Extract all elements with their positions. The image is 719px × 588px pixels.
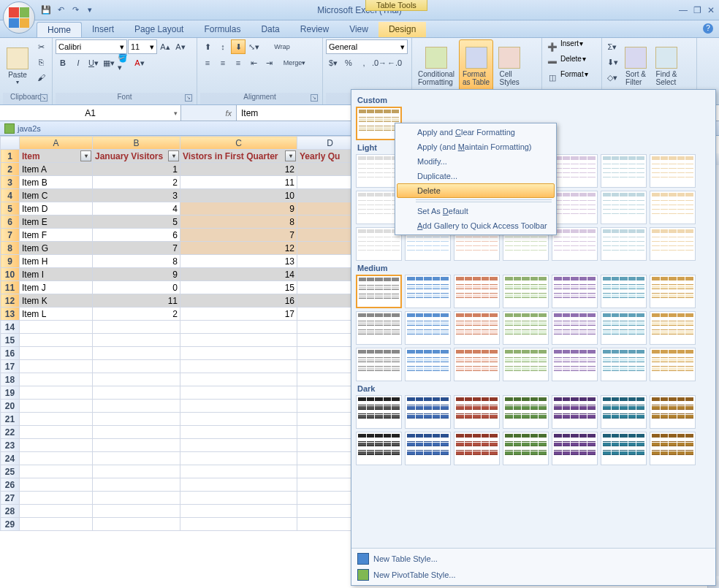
- menu-item[interactable]: Modify...: [397, 154, 555, 169]
- cell[interactable]: [180, 360, 297, 373]
- percent-format-icon[interactable]: %: [341, 56, 356, 70]
- table-style-swatch[interactable]: [503, 432, 549, 465]
- column-header[interactable]: A: [20, 137, 93, 150]
- menu-item[interactable]: Add Gallery to Quick Access Toolbar: [397, 218, 555, 233]
- row-header[interactable]: 10: [1, 268, 20, 281]
- row-header[interactable]: 8: [1, 242, 20, 255]
- align-right-icon[interactable]: ≡: [231, 56, 246, 70]
- cell[interactable]: [20, 478, 93, 492]
- cell[interactable]: [20, 465, 93, 478]
- row-header[interactable]: 21: [1, 413, 20, 426]
- cell[interactable]: 17: [180, 308, 297, 321]
- cell[interactable]: Item K: [20, 294, 93, 308]
- table-style-swatch[interactable]: [454, 395, 500, 429]
- cell[interactable]: Item I: [20, 268, 93, 281]
- increase-indent-icon[interactable]: ⇥: [262, 56, 276, 70]
- row-header[interactable]: 16: [1, 347, 20, 360]
- column-header[interactable]: B: [93, 137, 180, 150]
- restore-button[interactable]: ❐: [693, 5, 701, 15]
- tab-review[interactable]: Review: [290, 22, 339, 37]
- cell[interactable]: 13: [180, 255, 297, 268]
- cell[interactable]: 6: [93, 229, 180, 242]
- cell[interactable]: 14: [180, 268, 297, 281]
- row-header[interactable]: 13: [1, 308, 20, 321]
- row-header[interactable]: 22: [1, 426, 20, 439]
- close-button[interactable]: ✕: [707, 5, 715, 15]
- grow-font-icon[interactable]: A▴: [158, 39, 172, 54]
- tab-view[interactable]: View: [339, 22, 378, 37]
- cell[interactable]: 1: [93, 163, 180, 176]
- fill-color-button[interactable]: 🪣▾: [117, 56, 132, 70]
- table-style-swatch[interactable]: [356, 395, 402, 429]
- border-button[interactable]: ▦▾: [102, 56, 116, 70]
- clear-icon[interactable]: ◇▾: [605, 70, 620, 85]
- cell[interactable]: 2: [93, 176, 180, 189]
- row-header[interactable]: 5: [1, 202, 20, 215]
- cell[interactable]: [93, 373, 180, 386]
- row-header[interactable]: 20: [1, 400, 20, 413]
- cell[interactable]: Item B: [20, 176, 93, 189]
- row-header[interactable]: 2: [1, 163, 20, 176]
- table-style-swatch[interactable]: [454, 348, 500, 381]
- cell[interactable]: [93, 465, 180, 478]
- table-style-swatch[interactable]: [552, 191, 598, 224]
- table-style-swatch[interactable]: [601, 348, 647, 381]
- row-header[interactable]: 12: [1, 294, 20, 308]
- cell[interactable]: Item L: [20, 308, 93, 321]
- table-style-swatch[interactable]: [552, 432, 598, 465]
- increase-decimal-icon[interactable]: .0→: [372, 56, 387, 70]
- cell[interactable]: Item H: [20, 255, 93, 268]
- cell[interactable]: [20, 400, 93, 413]
- row-header[interactable]: 25: [1, 465, 20, 478]
- column-header[interactable]: C: [180, 137, 297, 150]
- align-bottom-icon[interactable]: ⬇: [231, 39, 246, 54]
- cell[interactable]: [180, 452, 297, 465]
- table-style-swatch[interactable]: [503, 348, 549, 381]
- format-as-table-button[interactable]: Format as Table: [459, 39, 493, 93]
- row-header[interactable]: 29: [1, 518, 20, 531]
- minimize-button[interactable]: —: [679, 5, 688, 15]
- table-style-swatch[interactable]: [356, 311, 402, 345]
- row-header[interactable]: 26: [1, 478, 20, 492]
- table-style-swatch[interactable]: [503, 311, 549, 345]
- table-style-swatch[interactable]: [650, 154, 696, 188]
- cell[interactable]: [180, 373, 297, 386]
- cell[interactable]: [20, 321, 93, 334]
- cell[interactable]: 4: [93, 202, 180, 215]
- cell[interactable]: [20, 334, 93, 347]
- orientation-icon[interactable]: ⤡▾: [246, 39, 261, 54]
- row-header[interactable]: 4: [1, 189, 20, 202]
- tab-home[interactable]: Home: [37, 22, 82, 37]
- find-select-button[interactable]: Find & Select: [652, 39, 681, 93]
- row-header[interactable]: 6: [1, 215, 20, 229]
- table-style-swatch[interactable]: [454, 275, 500, 308]
- new-table-style-item[interactable]: New Table Style...: [357, 553, 710, 565]
- cell[interactable]: [20, 518, 93, 531]
- cell[interactable]: [93, 452, 180, 465]
- cell[interactable]: [180, 400, 297, 413]
- cell-styles-button[interactable]: Cell Styles: [495, 39, 524, 93]
- cell[interactable]: [180, 386, 297, 400]
- cell[interactable]: [20, 413, 93, 426]
- table-style-swatch[interactable]: [552, 311, 598, 345]
- row-header[interactable]: 14: [1, 321, 20, 334]
- name-box[interactable]: A1: [0, 105, 181, 121]
- table-style-swatch[interactable]: [356, 348, 402, 381]
- table-style-swatch[interactable]: [601, 432, 647, 465]
- menu-item[interactable]: Set As Default: [397, 204, 555, 218]
- table-style-swatch[interactable]: [552, 275, 598, 308]
- format-painter-icon[interactable]: 🖌: [34, 70, 48, 85]
- cell[interactable]: 5: [93, 215, 180, 229]
- filter-dropdown-icon[interactable]: ▾: [285, 150, 296, 161]
- cell[interactable]: 7: [93, 242, 180, 255]
- workbook-name[interactable]: java2s: [18, 124, 41, 133]
- dialog-launcher-icon[interactable]: ↘: [311, 94, 318, 102]
- cell[interactable]: [20, 492, 93, 505]
- cell[interactable]: [93, 321, 180, 334]
- table-style-swatch[interactable]: [405, 348, 451, 381]
- qat-customize-icon[interactable]: ▾: [83, 4, 96, 17]
- cell[interactable]: [93, 505, 180, 518]
- dialog-launcher-icon[interactable]: ↘: [185, 94, 192, 102]
- table-style-swatch[interactable]: [356, 275, 402, 308]
- cell[interactable]: 7: [180, 229, 297, 242]
